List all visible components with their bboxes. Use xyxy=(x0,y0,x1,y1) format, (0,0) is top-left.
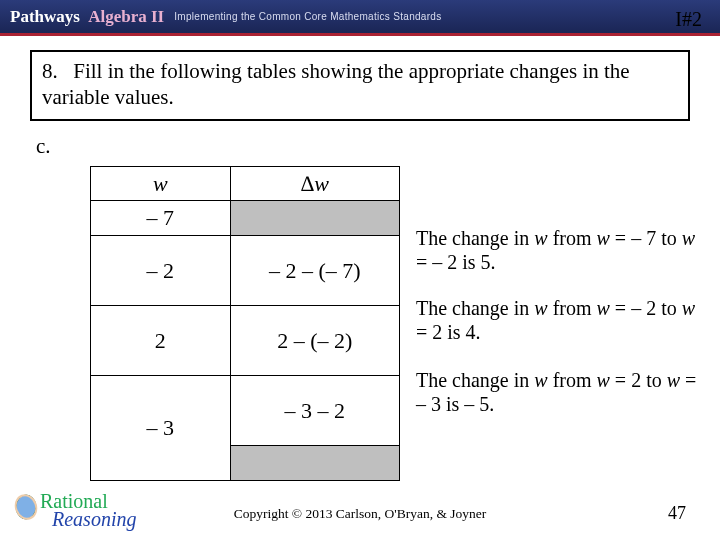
values-table: w ∆w – 7 – 2 – (– 7) – 2 2 – (– 2) 2 – 3… xyxy=(90,166,400,481)
tagline: Implementing the Common Core Mathematics… xyxy=(174,11,441,22)
explain-2: The change in w from w = – 2 to w = 2 is… xyxy=(416,296,710,344)
brand-algebra: Algebra II xyxy=(88,7,164,26)
brand-pathways: Pathways xyxy=(10,7,80,26)
cell-dw-1: 2 – (– 2) xyxy=(230,306,399,376)
cell-w-1: – 2 xyxy=(91,236,231,306)
cell-w-3: – 3 xyxy=(91,376,231,481)
question-box: 8. Fill in the following tables showing … xyxy=(30,50,690,121)
col-header-dw: ∆w xyxy=(301,171,329,196)
cell-w-2: 2 xyxy=(91,306,231,376)
question-number: 8. xyxy=(42,58,68,84)
page-number: 47 xyxy=(668,503,686,524)
page-id: I#2 xyxy=(675,8,702,31)
col-header-w: w xyxy=(91,167,231,201)
question-text: Fill in the following tables showing the… xyxy=(42,59,630,109)
brand: Pathways Algebra II xyxy=(10,7,164,27)
subpart-label: c. xyxy=(36,134,51,159)
explain-1: The change in w from w = – 7 to w = – 2 … xyxy=(416,226,710,274)
cell-dw-2: – 3 – 2 xyxy=(230,376,399,446)
explain-3: The change in w from w = 2 to w = – 3 is… xyxy=(416,368,710,416)
top-bar: Pathways Algebra II Implementing the Com… xyxy=(0,0,720,36)
cell-dw-gray-bottom xyxy=(230,446,399,481)
cell-dw-gray-top xyxy=(230,201,399,236)
cell-w-0: – 7 xyxy=(91,201,231,236)
copyright: Copyright © 2013 Carlson, O'Bryan, & Joy… xyxy=(0,506,720,522)
cell-dw-0: – 2 – (– 7) xyxy=(230,236,399,306)
